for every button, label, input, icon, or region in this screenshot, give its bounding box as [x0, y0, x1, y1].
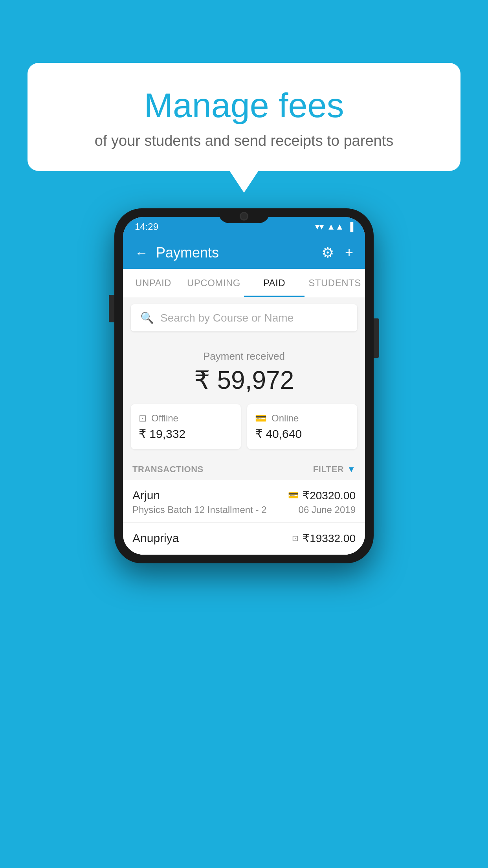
header-title: Payments — [156, 245, 219, 261]
wifi-icon: ▾▾ — [315, 222, 324, 232]
payment-summary: Payment received ₹ 59,972 ⊡ Offline ₹ 19… — [123, 338, 365, 457]
transaction-name: Anupriya — [132, 531, 179, 545]
tabs-container: UNPAID UPCOMING PAID STUDENTS — [123, 269, 365, 297]
back-button[interactable]: ← — [135, 245, 148, 261]
speech-bubble: Manage fees of your students and send re… — [28, 63, 460, 171]
offline-card-header: ⊡ Offline — [139, 413, 233, 424]
offline-card: ⊡ Offline ₹ 19,332 — [131, 404, 241, 449]
header-left: ← Payments — [135, 245, 219, 261]
camera — [240, 212, 248, 221]
payment-total-amount: ₹ 59,972 — [131, 366, 357, 395]
tab-students[interactable]: STUDENTS — [305, 269, 365, 297]
cash-icon: ⊡ — [139, 413, 147, 424]
transaction-top: Arjun 💳 ₹20320.00 — [132, 489, 356, 502]
search-placeholder: Search by Course or Name — [160, 312, 294, 324]
filter-label: FILTER — [313, 464, 344, 474]
transaction-amount-row: ⊡ ₹19332.00 — [292, 532, 356, 545]
speech-bubble-container: Manage fees of your students and send re… — [28, 63, 460, 171]
phone-mockup: 14:29 ▾▾ ▲▲ ▐ ← Payments ⚙ + — [114, 208, 374, 563]
filter-icon: ▼ — [347, 464, 356, 474]
payment-cards: ⊡ Offline ₹ 19,332 💳 Online ₹ 40,640 — [131, 404, 357, 449]
phone-screen: 14:29 ▾▾ ▲▲ ▐ ← Payments ⚙ + — [123, 217, 365, 555]
search-icon: 🔍 — [140, 311, 154, 324]
transaction-amount: ₹20320.00 — [303, 489, 356, 502]
transaction-top: Anupriya ⊡ ₹19332.00 — [132, 531, 356, 545]
status-time: 14:29 — [135, 221, 158, 232]
transaction-date: 06 June 2019 — [299, 504, 356, 515]
offline-amount: ₹ 19,332 — [139, 427, 233, 441]
transactions-list: Arjun 💳 ₹20320.00 Physics Batch 12 Insta… — [123, 480, 365, 555]
add-button[interactable]: + — [345, 245, 353, 261]
online-card-header: 💳 Online — [255, 413, 349, 424]
tab-paid[interactable]: PAID — [244, 269, 305, 297]
header-right: ⚙ + — [321, 245, 353, 261]
online-amount: ₹ 40,640 — [255, 427, 349, 441]
bubble-subtitle: of your students and send receipts to pa… — [47, 132, 441, 149]
online-card: 💳 Online ₹ 40,640 — [247, 404, 357, 449]
table-row[interactable]: Arjun 💳 ₹20320.00 Physics Batch 12 Insta… — [123, 480, 365, 523]
gear-icon[interactable]: ⚙ — [321, 245, 334, 261]
battery-icon: ▐ — [347, 222, 353, 232]
transaction-name: Arjun — [132, 489, 160, 502]
search-container: 🔍 Search by Course or Name — [123, 297, 365, 338]
filter-button[interactable]: FILTER ▼ — [313, 464, 356, 474]
table-row[interactable]: Anupriya ⊡ ₹19332.00 — [123, 523, 365, 555]
status-icons: ▾▾ ▲▲ ▐ — [315, 222, 353, 232]
tab-unpaid[interactable]: UNPAID — [123, 269, 183, 297]
card-icon: 💳 — [255, 413, 267, 424]
transaction-desc: Physics Batch 12 Installment - 2 — [132, 504, 266, 515]
signal-icon: ▲▲ — [327, 222, 344, 232]
cash-payment-icon: ⊡ — [292, 533, 299, 543]
transaction-amount-row: 💳 ₹20320.00 — [288, 489, 356, 502]
transaction-bottom: Physics Batch 12 Installment - 2 06 June… — [132, 504, 356, 515]
app-header: ← Payments ⚙ + — [123, 237, 365, 269]
tab-upcoming[interactable]: UPCOMING — [183, 269, 244, 297]
online-label: Online — [272, 413, 299, 424]
transactions-header: TRANSACTIONS FILTER ▼ — [123, 457, 365, 480]
search-bar[interactable]: 🔍 Search by Course or Name — [131, 304, 357, 331]
offline-label: Offline — [151, 413, 178, 424]
payment-received-label: Payment received — [131, 350, 357, 362]
phone-notch — [218, 208, 270, 223]
transaction-amount: ₹19332.00 — [303, 532, 356, 545]
card-payment-icon: 💳 — [288, 490, 299, 500]
transactions-label: TRANSACTIONS — [132, 464, 204, 474]
bubble-title: Manage fees — [47, 86, 441, 125]
